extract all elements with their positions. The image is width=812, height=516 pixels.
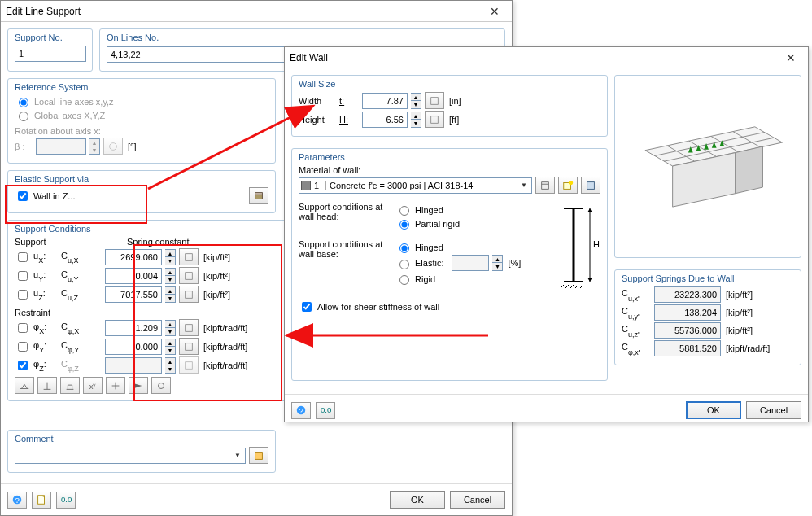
svg-line-20 xyxy=(580,285,583,288)
cphy-extra-icon[interactable] xyxy=(179,338,199,355)
cphy-spinner[interactable]: ▲▼ xyxy=(165,339,176,355)
close-icon[interactable]: ✕ xyxy=(482,1,507,22)
cphx-spinner[interactable]: ▲▼ xyxy=(165,320,176,336)
material-new-icon[interactable] xyxy=(558,177,578,194)
edit-wall-dialog: Edit Wall ✕ Wall Size Width t: ▲▼ [in] H… xyxy=(284,46,809,422)
ux-label: uX: xyxy=(33,251,58,263)
cphz-input xyxy=(105,357,162,374)
svg-line-18 xyxy=(570,285,574,288)
base-elastic-input xyxy=(452,255,489,271)
tool-1-icon[interactable] xyxy=(15,377,34,394)
height-sym: H: xyxy=(339,115,359,125)
material-combo[interactable]: 1 Concrete f'c = 3000 psi | ACI 318-14 ▼ xyxy=(299,177,532,194)
svg-marker-31 xyxy=(736,146,763,193)
material-lib-icon[interactable] xyxy=(535,177,555,194)
refsys-local-radio[interactable] xyxy=(19,98,28,107)
units-icon-right[interactable]: 0.00 xyxy=(316,402,335,419)
svg-line-16 xyxy=(561,285,564,288)
ux-checkbox[interactable] xyxy=(18,252,28,262)
uz-label: uZ: xyxy=(33,288,58,300)
shear-checkbox[interactable] xyxy=(302,302,312,312)
cuy-spinner[interactable]: ▲▼ xyxy=(165,268,176,284)
svg-text:H: H xyxy=(593,239,600,249)
tool-6-icon[interactable] xyxy=(129,377,148,394)
cancel-button-right[interactable]: Cancel xyxy=(746,401,801,419)
refsys-global-label: Global axes X,Y,Z xyxy=(34,111,105,120)
cuz-spinner[interactable]: ▲▼ xyxy=(165,286,176,303)
head-hinged-label: Hinged xyxy=(415,205,443,215)
svg-text:?: ? xyxy=(299,406,303,415)
cux-input[interactable] xyxy=(105,249,162,265)
cphy-input[interactable] xyxy=(105,339,162,355)
tool-5-icon[interactable] xyxy=(106,377,125,394)
cphx-extra-icon[interactable] xyxy=(179,319,199,336)
tool-4-icon[interactable]: xʸ xyxy=(83,377,103,394)
uz-checkbox[interactable] xyxy=(18,290,28,300)
svg-rect-2 xyxy=(255,192,263,195)
wall-in-z-edit-icon[interactable] xyxy=(249,187,268,204)
refsys-title: Reference System xyxy=(15,82,268,92)
svg-text:0.00: 0.00 xyxy=(321,405,331,414)
cphx-input[interactable] xyxy=(105,320,162,336)
cphz-unit: [kipft/rad/ft] xyxy=(203,361,247,370)
window-title-right: Edit Wall xyxy=(290,47,779,68)
wall-in-z-checkbox[interactable] xyxy=(18,191,28,201)
height-spinner[interactable]: ▲▼ xyxy=(411,112,421,128)
titlebar-left: Edit Line Support ✕ xyxy=(1,1,512,22)
base-hinged-radio[interactable] xyxy=(399,243,409,253)
cuy-extra-icon[interactable] xyxy=(179,267,199,284)
refsys-local-label: Local line axes x,y,z xyxy=(34,97,114,107)
elastic-title: Elastic Support via xyxy=(15,174,268,184)
uy-label: uY: xyxy=(33,269,58,282)
cux-extra-icon[interactable] xyxy=(179,248,199,265)
support-no-input[interactable] xyxy=(15,46,86,62)
base-label: Support conditions at wall base: xyxy=(299,239,392,259)
tool-3-icon[interactable] xyxy=(60,377,80,394)
width-extra-icon[interactable] xyxy=(425,92,444,109)
close-icon-right[interactable]: ✕ xyxy=(779,47,803,68)
cuy-label: Cu,Y xyxy=(61,269,102,282)
phy-checkbox[interactable] xyxy=(18,342,28,352)
restraint-header: Restraint xyxy=(15,308,50,317)
help-icon[interactable]: ? xyxy=(7,492,27,509)
uy-checkbox[interactable] xyxy=(18,271,28,281)
notes-icon[interactable] xyxy=(32,492,51,509)
comment-combo[interactable]: ▼ xyxy=(15,448,246,464)
phx-checkbox[interactable] xyxy=(18,323,28,333)
cux-spinner[interactable]: ▲▼ xyxy=(165,249,176,265)
cuy-input[interactable] xyxy=(105,268,162,284)
cphx-unit: [kipft/rad/ft] xyxy=(203,323,247,333)
s3-value xyxy=(654,322,721,339)
height-extra-icon[interactable] xyxy=(425,111,444,128)
phz-checkbox[interactable] xyxy=(18,361,28,370)
cancel-button-left[interactable]: Cancel xyxy=(450,491,505,509)
height-input[interactable] xyxy=(362,112,408,128)
comment-pick-icon[interactable] xyxy=(249,447,268,464)
refsys-global-radio[interactable] xyxy=(19,112,28,121)
width-input[interactable] xyxy=(362,93,408,109)
cuz-input[interactable] xyxy=(105,286,162,303)
width-spinner[interactable]: ▲▼ xyxy=(411,93,421,109)
svg-line-17 xyxy=(565,285,569,288)
support-no-label: Support No. xyxy=(15,33,85,42)
params-title: Parameters xyxy=(299,152,600,162)
s3-unit: [kip/ft²] xyxy=(726,326,753,335)
help-icon-right[interactable]: ? xyxy=(291,402,311,419)
base-elastic-label: Elastic: xyxy=(415,258,443,268)
svg-rect-1 xyxy=(255,195,263,199)
beam-diagram-icon: H xyxy=(556,200,600,290)
wall-in-z-label: Wall in Z... xyxy=(33,191,76,201)
ok-button-right[interactable]: OK xyxy=(686,401,741,419)
cuz-extra-icon[interactable] xyxy=(179,286,199,303)
tool-7-icon[interactable] xyxy=(151,377,171,394)
tool-2-icon[interactable] xyxy=(37,377,57,394)
material-edit-icon[interactable] xyxy=(581,177,600,194)
head-hinged-radio[interactable] xyxy=(399,206,409,216)
cux-unit: [kip/ft²] xyxy=(203,252,230,262)
head-partial-radio[interactable] xyxy=(399,220,409,230)
units-icon[interactable]: 0.00 xyxy=(56,492,76,509)
material-label: Material of wall: xyxy=(299,165,360,175)
ok-button-left[interactable]: OK xyxy=(390,491,445,509)
base-rigid-radio[interactable] xyxy=(399,275,409,285)
base-elastic-radio[interactable] xyxy=(399,260,409,269)
